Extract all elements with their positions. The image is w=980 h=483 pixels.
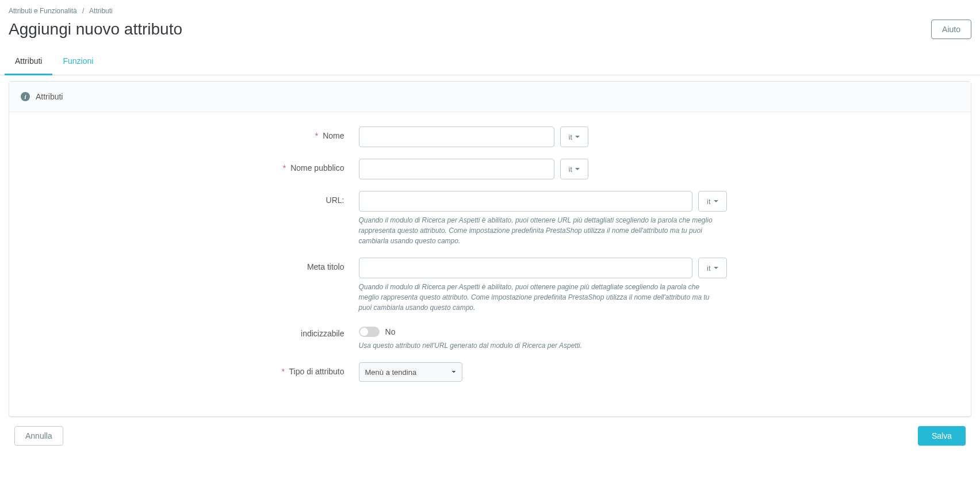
- required-marker: *: [315, 131, 318, 140]
- panel-title: Attributi: [36, 92, 63, 101]
- caret-down-icon: [575, 168, 580, 170]
- label-name: * Nome: [21, 126, 359, 147]
- public-name-lang-selector[interactable]: it: [560, 159, 589, 179]
- label-name-text: Nome: [323, 131, 344, 140]
- row-attribute-type: * Tipo di attributo Menù a tendina: [21, 362, 959, 382]
- label-url-text: URL:: [326, 195, 344, 205]
- attribute-type-select[interactable]: Menù a tendina: [359, 362, 462, 382]
- panel-footer: Annulla Salva: [9, 417, 971, 446]
- form-body: * Nome it * Nome pubblico: [9, 112, 971, 416]
- row-public-name: * Nome pubblico it: [21, 159, 959, 179]
- label-indexable: indicizzabile: [21, 324, 359, 351]
- caret-down-icon: [714, 200, 718, 202]
- lang-label: it: [707, 264, 711, 273]
- url-help-text: Quando il modulo di Ricerca per Aspetti …: [359, 215, 715, 246]
- label-attribute-type-text: Tipo di attributo: [289, 367, 344, 376]
- name-input[interactable]: [359, 126, 554, 147]
- caret-down-icon: [714, 267, 718, 269]
- save-button[interactable]: Salva: [918, 426, 966, 446]
- help-button[interactable]: Aiuto: [931, 20, 971, 39]
- tab-features[interactable]: Funzioni: [52, 48, 104, 75]
- row-meta-title: Meta titolo it Quando il modulo di Ricer…: [21, 258, 959, 313]
- public-name-input[interactable]: [359, 159, 554, 179]
- required-marker: *: [281, 367, 284, 376]
- breadcrumb: Attributi e Funzionalità / Attributi: [0, 0, 980, 20]
- url-input[interactable]: [359, 191, 693, 212]
- meta-title-input[interactable]: [359, 258, 693, 278]
- indexable-value-label: No: [385, 327, 396, 336]
- label-public-name: * Nome pubblico: [21, 159, 359, 179]
- breadcrumb-separator: /: [82, 7, 84, 15]
- indexable-help-text: Usa questo attributo nell'URL generato d…: [359, 340, 715, 351]
- panel-header: i Attributi: [9, 82, 971, 112]
- name-lang-selector[interactable]: it: [560, 126, 589, 147]
- label-url: URL:: [21, 191, 359, 246]
- required-marker: *: [283, 163, 286, 172]
- breadcrumb-current: Attributi: [89, 7, 113, 15]
- row-name: * Nome it: [21, 126, 959, 147]
- breadcrumb-root[interactable]: Attributi e Funzionalità: [9, 7, 77, 15]
- tab-attributes[interactable]: Attributi: [5, 48, 52, 75]
- lang-label: it: [707, 197, 711, 206]
- meta-title-lang-selector[interactable]: it: [698, 258, 727, 278]
- page-title: Aggiungi nuovo attributo: [9, 20, 182, 39]
- lang-label: it: [569, 165, 573, 174]
- panel-attributes: i Attributi * Nome it *: [9, 81, 971, 417]
- tabs: Attributi Funzioni: [0, 48, 980, 75]
- meta-title-help-text: Quando il modulo di Ricerca per Aspetti …: [359, 282, 715, 313]
- url-lang-selector[interactable]: it: [698, 191, 727, 212]
- label-attribute-type: * Tipo di attributo: [21, 362, 359, 382]
- info-icon: i: [21, 92, 30, 101]
- label-meta-title-text: Meta titolo: [307, 262, 344, 271]
- row-url: URL: it Quando il modulo di Ricerca per …: [21, 191, 959, 246]
- cancel-button[interactable]: Annulla: [14, 426, 63, 446]
- lang-label: it: [569, 133, 573, 141]
- row-indexable: indicizzabile No Usa questo attributo ne…: [21, 324, 959, 351]
- caret-down-icon: [575, 136, 580, 138]
- label-indexable-text: indicizzabile: [301, 329, 344, 338]
- page-header: Aggiungi nuovo attributo Aiuto: [0, 20, 980, 48]
- label-meta-title: Meta titolo: [21, 258, 359, 313]
- label-public-name-text: Nome pubblico: [290, 163, 344, 172]
- indexable-toggle[interactable]: [359, 327, 380, 337]
